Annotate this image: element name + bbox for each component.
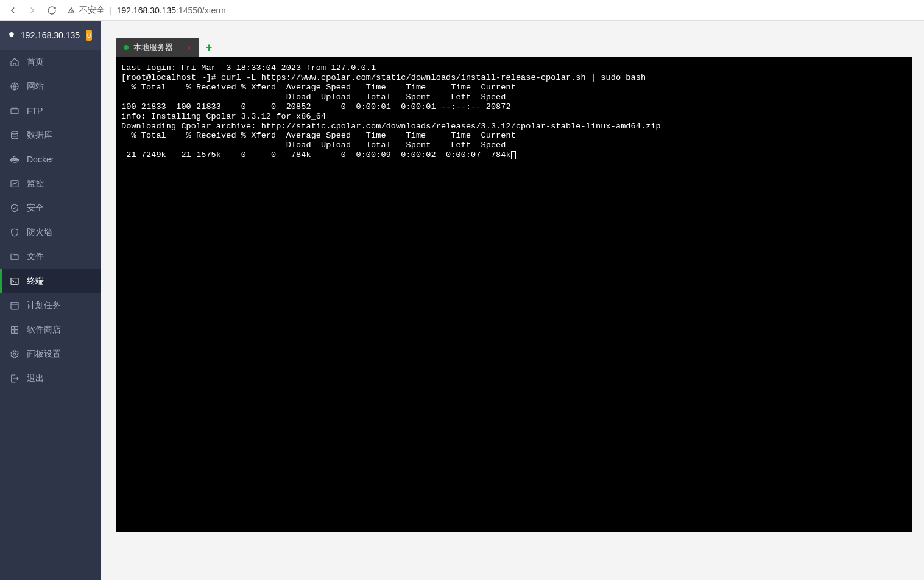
main-content: 本地服务器 × + Last login: Fri Mar 3 18:33:04… [101, 21, 924, 580]
sidebar-item-terminal[interactable]: 终端 [0, 269, 101, 293]
sidebar-item-cron[interactable]: 计划任务 [0, 293, 101, 318]
sidebar-badge: 0 [86, 30, 92, 41]
sidebar-item-home[interactable]: 首页 [0, 50, 101, 74]
firewall-icon [10, 228, 19, 237]
svg-rect-10 [11, 302, 18, 309]
sidebar-item-label: 计划任务 [27, 300, 61, 311]
nav-back-button[interactable] [5, 2, 21, 18]
address-bar[interactable]: 不安全 | 192.168.30.135:14550/xterm [67, 2, 919, 19]
globe-icon [10, 82, 19, 91]
terminal-icon [10, 276, 19, 286]
sidebar-item-ftp[interactable]: FTP [0, 99, 101, 123]
panel-logo-icon [9, 30, 15, 41]
sidebar-item-label: 软件商店 [27, 324, 61, 335]
tab-add-button[interactable]: + [199, 38, 219, 57]
svg-point-18 [13, 353, 16, 355]
browser-toolbar: 不安全 | 192.168.30.135:14550/xterm [0, 0, 924, 21]
svg-rect-15 [15, 327, 18, 330]
sidebar-item-label: 面板设置 [27, 349, 61, 360]
tab-label: 本地服务器 [133, 42, 173, 53]
terminal-output[interactable]: Last login: Fri Mar 3 18:33:04 2023 from… [116, 57, 912, 532]
home-icon [10, 57, 19, 67]
folder-icon [10, 252, 19, 262]
sidebar-item-label: 数据库 [27, 130, 52, 141]
insecure-indicator: 不安全 [67, 5, 105, 16]
svg-rect-16 [12, 330, 15, 334]
sidebar-header[interactable]: 192.168.30.135 0 [0, 21, 101, 50]
tab-status-dot-icon [124, 45, 129, 50]
sidebar-item-label: 文件 [27, 251, 44, 262]
sidebar-item-label: 防火墙 [27, 227, 52, 238]
sidebar-item-site[interactable]: 网站 [0, 74, 101, 99]
nav-forward-button[interactable] [24, 2, 40, 18]
sidebar-item-security[interactable]: 安全 [0, 196, 101, 220]
svg-rect-6 [13, 156, 15, 158]
docker-icon [10, 155, 19, 164]
sidebar-item-label: 安全 [27, 203, 44, 214]
sidebar-item-files[interactable]: 文件 [0, 245, 101, 269]
sidebar-item-firewall[interactable]: 防火墙 [0, 220, 101, 245]
logout-icon [10, 374, 19, 383]
tab-close-button[interactable]: × [186, 43, 192, 53]
sidebar-item-logout[interactable]: 退出 [0, 366, 101, 391]
calendar-icon [10, 301, 19, 310]
sidebar-item-label: 终端 [27, 276, 44, 287]
sidebar-item-docker[interactable]: Docker [0, 147, 101, 172]
sidebar-item-label: 监控 [27, 178, 44, 189]
database-icon [10, 130, 19, 140]
terminal-tabs: 本地服务器 × + [116, 38, 912, 57]
monitor-icon [10, 179, 19, 189]
insecure-label: 不安全 [79, 5, 105, 16]
sidebar-title: 192.168.30.135 [21, 30, 80, 40]
sidebar-item-settings[interactable]: 面板设置 [0, 342, 101, 366]
nav-reload-button[interactable] [44, 2, 60, 18]
sidebar-item-store[interactable]: 软件商店 [0, 318, 101, 342]
sidebar-item-label: 网站 [27, 81, 44, 92]
sidebar: 192.168.30.135 0 首页 网站 FTP 数据库 Docker 监控 [0, 21, 101, 580]
sidebar-item-label: FTP [27, 106, 43, 116]
shield-icon [10, 203, 19, 213]
svg-rect-8 [11, 278, 18, 285]
sidebar-item-label: Docker [27, 155, 54, 164]
svg-rect-17 [15, 330, 18, 334]
terminal-tab-active[interactable]: 本地服务器 × [116, 38, 199, 57]
svg-point-2 [12, 131, 18, 134]
svg-rect-14 [12, 327, 15, 330]
gear-icon [10, 349, 19, 359]
appstore-icon [10, 325, 19, 335]
sidebar-item-monitor[interactable]: 监控 [0, 172, 101, 196]
sidebar-item-label: 退出 [27, 373, 44, 384]
sidebar-item-db[interactable]: 数据库 [0, 123, 101, 147]
svg-rect-1 [11, 109, 18, 114]
ftp-icon [10, 106, 19, 116]
url-text: 192.168.30.135:14550/xterm [117, 5, 226, 15]
sidebar-item-label: 首页 [27, 57, 44, 68]
url-separator: | [110, 5, 112, 15]
